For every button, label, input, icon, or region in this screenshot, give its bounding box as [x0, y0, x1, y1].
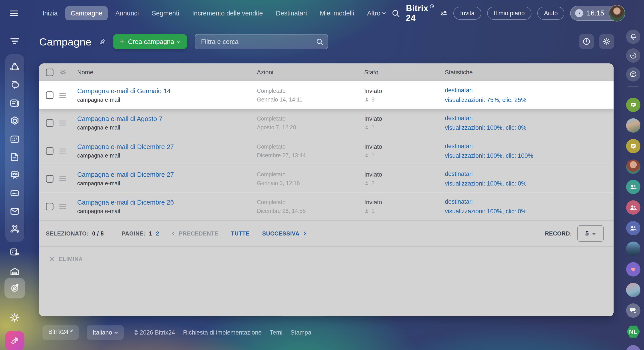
delete-button[interactable]: ELIMINA [49, 256, 83, 262]
recipients-link[interactable]: destinatari [445, 113, 614, 123]
intranet-network-icon[interactable] [10, 62, 20, 72]
footer-link-implementation[interactable]: Richiesta di implementazione [183, 329, 262, 336]
drag-handle-icon[interactable] [59, 147, 66, 155]
nl-badge[interactable]: NL [626, 324, 640, 339]
nav-item-campagne[interactable]: Campagne [65, 6, 108, 20]
search-icon[interactable] [391, 9, 400, 18]
chats-icon[interactable] [10, 80, 20, 90]
table-row[interactable]: Campagna e-mail di Gennaio 14 campagna e… [39, 81, 614, 109]
footer-brand-button[interactable]: Bitrix24 [42, 325, 79, 340]
nav-item-segmenti[interactable]: Segmenti [146, 6, 184, 20]
stats-detail-link[interactable]: visualizzazioni: 100%, clic: 0% [445, 179, 614, 189]
campaign-name-link[interactable]: Campagna e-mail di Dicembre 26 [77, 199, 174, 206]
footer-link-stampa[interactable]: Stampa [290, 329, 311, 336]
market-icon[interactable] [10, 116, 20, 126]
column-header-azioni[interactable]: Azioni [257, 69, 364, 76]
column-header-nome[interactable]: Nome [77, 69, 257, 76]
planner-icon[interactable] [10, 247, 20, 258]
row-checkbox[interactable] [46, 147, 54, 155]
settings-gear-icon[interactable] [10, 312, 20, 323]
columns-settings-gear-icon[interactable] [59, 69, 66, 76]
extra-widget-partial[interactable] [626, 345, 640, 350]
news-feed-icon[interactable] [10, 98, 20, 108]
user-avatar[interactable] [609, 5, 625, 22]
table-row[interactable]: Campagna e-mail di Agosto 7 campagna e-m… [39, 109, 614, 137]
nav-item-incremento[interactable]: Incremento delle vendite [187, 6, 268, 20]
column-header-statistiche[interactable]: Statistiche [445, 69, 614, 76]
search-icon[interactable] [316, 38, 324, 46]
campaign-name-link[interactable]: Campagna e-mail di Dicembre 27 [77, 171, 174, 178]
chat-lines-widget[interactable] [626, 303, 640, 318]
drag-handle-icon[interactable] [59, 119, 66, 127]
idea-photo-avatar[interactable] [626, 283, 640, 297]
next-page-button[interactable]: SUCCESSIVA [262, 230, 306, 237]
user-photo-avatar[interactable] [626, 159, 640, 174]
drag-handle-icon[interactable] [59, 175, 66, 183]
records-per-page-dropdown[interactable]: 5 [577, 225, 604, 242]
drag-handle-icon[interactable] [59, 203, 66, 210]
campaign-name-link[interactable]: Campagna e-mail di Dicembre 27 [77, 143, 174, 150]
sliders-icon[interactable] [440, 10, 448, 17]
tasks-widget-olive[interactable] [626, 139, 640, 153]
campaign-name-link[interactable]: Campagna e-mail di Agosto 7 [77, 115, 162, 123]
recipients-link[interactable]: destinatari [445, 169, 614, 179]
table-row[interactable]: Campagna e-mail di Dicembre 26 campagna … [39, 193, 614, 220]
drive-icon[interactable] [10, 188, 20, 199]
recipients-link[interactable]: destinatari [445, 86, 614, 95]
nav-item-miei-modelli[interactable]: Miei modelli [314, 6, 359, 20]
group-widget-pink[interactable] [626, 200, 640, 215]
drag-handle-icon[interactable] [59, 92, 66, 99]
row-checkbox[interactable] [46, 203, 54, 210]
info-button[interactable] [579, 34, 594, 49]
nav-item-annunci[interactable]: Annunci [110, 6, 144, 20]
notifications-bell-icon[interactable] [626, 30, 640, 44]
heart-avatar[interactable] [626, 262, 640, 276]
campaign-name-link[interactable]: Campagna e-mail di Gennaio 14 [77, 87, 171, 95]
group-widget-indigo[interactable] [626, 221, 640, 235]
copilot-ai-icon[interactable] [626, 48, 640, 63]
group-widget-teal[interactable] [626, 180, 640, 194]
row-checkbox[interactable] [46, 175, 54, 183]
stats-detail-link[interactable]: visualizzazioni: 100%, clic: 100% [445, 151, 614, 161]
all-pages-button[interactable]: TUTTE [231, 230, 250, 237]
search-input[interactable] [195, 34, 328, 49]
column-header-stato[interactable]: Stato [364, 69, 445, 76]
my-plan-button[interactable]: Il mio piano [487, 7, 532, 20]
table-row[interactable]: Campagna e-mail di Dicembre 27 campagna … [39, 165, 614, 193]
team-photo-avatar[interactable] [626, 118, 640, 133]
grid-settings-button[interactable] [599, 34, 614, 49]
select-all-checkbox[interactable] [46, 69, 54, 76]
help-button[interactable]: Aiuto [537, 7, 564, 20]
invite-button[interactable]: Invita [453, 7, 481, 20]
employees-icon[interactable] [10, 224, 20, 235]
time-widget[interactable]: 16:15 [570, 6, 624, 21]
marketing-target-active[interactable] [4, 278, 25, 298]
row-checkbox[interactable] [46, 119, 54, 127]
tasks-widget-green[interactable] [626, 98, 640, 112]
footer-link-temi[interactable]: Temi [270, 329, 282, 336]
hamburger-menu-icon[interactable] [0, 9, 28, 17]
warehouse-icon[interactable] [10, 266, 20, 277]
stats-detail-link[interactable]: visualizzazioni: 100%, clic: 0% [445, 207, 614, 216]
page-link-2[interactable]: 2 [156, 230, 159, 237]
prev-page-button[interactable]: PRECEDENTE [172, 230, 218, 237]
nav-item-destinatari[interactable]: Destinatari [270, 6, 312, 20]
mail-icon[interactable] [10, 206, 20, 217]
crm-funnel-icon[interactable] [10, 36, 20, 47]
language-dropdown[interactable]: Italiano [87, 325, 124, 340]
nav-item-altro[interactable]: Altro [362, 6, 391, 20]
stats-detail-link[interactable]: visualizzazioni: 100%, clic: 0% [445, 123, 614, 133]
recipients-link[interactable]: destinatari [445, 197, 614, 207]
city-photo-avatar[interactable] [626, 242, 640, 256]
create-campaign-button[interactable]: + Crea campagna [113, 34, 187, 49]
row-checkbox[interactable] [46, 91, 54, 99]
boards-icon[interactable] [10, 170, 20, 181]
stats-detail-link[interactable]: visualizzazioni: 75%, clic: 25% [445, 95, 614, 105]
calendar-icon[interactable] [10, 134, 20, 144]
upgrade-rocket-button[interactable] [5, 331, 24, 350]
recipients-link[interactable]: destinatari [445, 141, 614, 151]
nav-item-inizia[interactable]: Inizia [37, 6, 63, 20]
bitrix24-logo[interactable]: Bitrix 24 [406, 4, 434, 23]
documents-icon[interactable] [10, 152, 20, 162]
pin-icon[interactable] [98, 38, 106, 46]
